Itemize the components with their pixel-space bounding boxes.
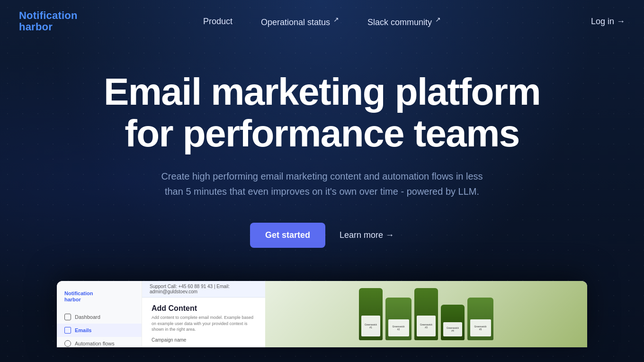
- bottle-label-1: Greenswick#1: [361, 316, 380, 336]
- bottle-5: Greenswick#5: [467, 298, 493, 340]
- preview-main: Support Call: +45 60 88 91 43 | Email: a…: [142, 281, 265, 347]
- preview-sidebar: Notification harbor Dashboard Emails Aut…: [57, 281, 142, 347]
- add-content-title: Add Content: [152, 304, 256, 313]
- hero-subtitle: Create high performing email marketing c…: [161, 169, 483, 199]
- hero-section: Email marketing platform for performance…: [0, 43, 644, 267]
- preview-nav-automation[interactable]: Automation flows: [57, 337, 142, 347]
- logo[interactable]: Notification harbor: [19, 10, 78, 33]
- bottle-4: Greenswick#4: [441, 305, 465, 340]
- home-icon: [64, 314, 71, 320]
- learn-more-link[interactable]: Learn more →: [340, 230, 394, 240]
- logo-line1: Notification: [19, 10, 78, 21]
- bottle-2: Greenswick#2: [385, 298, 411, 340]
- app-preview: Notification harbor Dashboard Emails Aut…: [28, 281, 616, 347]
- navbar: Notification harbor Product Operational …: [0, 0, 644, 43]
- preview-card: Notification harbor Dashboard Emails Aut…: [57, 281, 587, 347]
- nav-links: Product Operational status ↗ Slack commu…: [203, 16, 441, 27]
- preview-nav-emails[interactable]: Emails: [57, 324, 142, 337]
- preview-content: Add Content Add content to complete emai…: [142, 298, 265, 347]
- bottle-label-3: Greenswick#3: [417, 316, 436, 336]
- bottle-label-4: Greenswick#4: [443, 322, 462, 336]
- nav-product[interactable]: Product: [203, 17, 233, 27]
- nav-operational-status[interactable]: Operational status ↗: [261, 16, 339, 27]
- nav-slack-community[interactable]: Slack community ↗: [367, 16, 441, 27]
- get-started-button[interactable]: Get started: [250, 223, 325, 248]
- bottle-3: Greenswick#3: [414, 288, 438, 340]
- mail-icon: [64, 327, 71, 334]
- preview-bottles: Greenswick#1 Greenswick#2 Greenswick#3 G…: [354, 283, 498, 345]
- bottle-1: Greenswick#1: [359, 288, 383, 340]
- external-link-icon: ↗: [333, 16, 339, 23]
- hero-title: Email marketing platform for performance…: [85, 71, 559, 154]
- bottle-label-5: Greenswick#5: [470, 319, 491, 336]
- automation-icon: [64, 340, 71, 347]
- preview-nav-dashboard[interactable]: Dashboard: [57, 310, 142, 324]
- hero-cta: Get started Learn more →: [9, 223, 635, 248]
- campaign-label: Campaign name: [152, 337, 256, 343]
- preview-product-image: Greenswick#1 Greenswick#2 Greenswick#3 G…: [265, 281, 587, 347]
- bottle-label-2: Greenswick#2: [388, 319, 409, 336]
- external-link-icon-2: ↗: [435, 16, 441, 23]
- logo-line2: harbor: [19, 21, 78, 33]
- preview-logo: Notification harbor: [57, 287, 142, 310]
- add-content-desc: Add content to complete email model. Exa…: [152, 315, 256, 333]
- preview-topbar: Support Call: +45 60 88 91 43 | Email: a…: [142, 281, 265, 298]
- login-link[interactable]: Log in →: [591, 17, 625, 27]
